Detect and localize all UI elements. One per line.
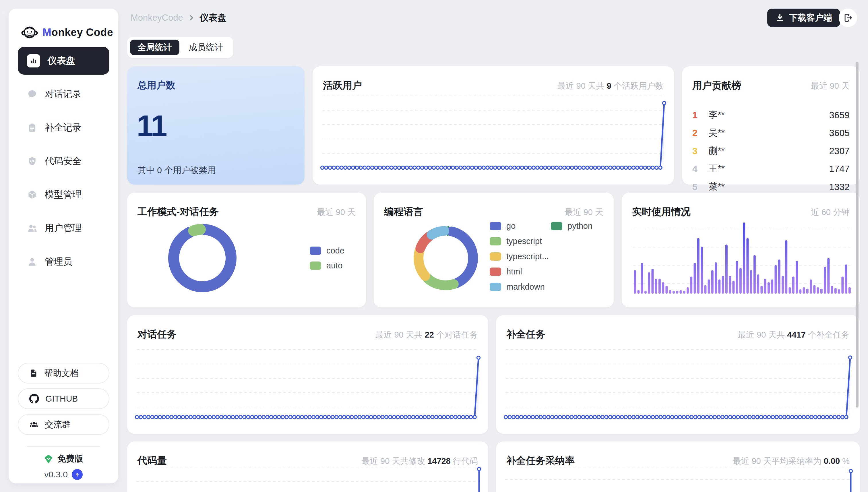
total-users-title: 总用户数	[138, 79, 175, 92]
legend-swatch	[551, 222, 562, 230]
legend-item-python[interactable]: python	[551, 221, 592, 231]
user-name: 菜**	[709, 180, 725, 193]
user-score: 3659	[829, 110, 850, 121]
leaderboard-row: 3 蒯** 2307	[692, 145, 850, 157]
logout-button[interactable]	[839, 8, 857, 27]
sidebar-item-label: 对话记录	[45, 88, 81, 100]
version-row: v0.3.0	[8, 469, 118, 480]
code-lines-card: 代码量 最近 90 天共修改14728行代码	[127, 441, 488, 492]
dashboard-icon	[27, 54, 40, 68]
legend-item-typescript-[interactable]: typescript...	[490, 252, 549, 261]
work-mode-card: 工作模式-对话任务 最近 90 天 codeauto	[127, 193, 366, 308]
legend-item-code[interactable]: code	[310, 246, 344, 255]
legend-item-go[interactable]: go	[490, 221, 516, 231]
rank-number: 4	[692, 164, 709, 174]
edition-label: 免费版	[57, 453, 83, 465]
user-score: 2307	[829, 146, 850, 156]
adoption-rate-chart	[496, 441, 860, 492]
legend-item-html[interactable]: html	[490, 267, 522, 276]
rank-number: 2	[692, 128, 709, 138]
chevron-right-icon	[188, 14, 195, 22]
total-users-footnote: 其中 0 个用户被禁用	[138, 165, 216, 176]
version-label: v0.3.0	[44, 470, 68, 479]
tab-member-stats[interactable]: 成员统计	[181, 40, 230, 55]
upgrade-icon[interactable]	[72, 469, 83, 480]
tab-global-stats[interactable]: 全局统计	[130, 40, 179, 55]
legend-item-typescript[interactable]: typescript	[490, 237, 542, 246]
sidebar-divider	[27, 446, 100, 447]
download-client-button[interactable]: 下载客户端	[767, 8, 840, 27]
github-button[interactable]: GITHUB	[18, 388, 109, 409]
card-meta: 最近 90 天	[811, 80, 850, 92]
legend-label: auto	[326, 261, 342, 270]
legend-item-auto[interactable]: auto	[310, 261, 342, 270]
download-icon	[775, 13, 785, 22]
help-docs-button[interactable]: 帮助文档	[18, 363, 109, 384]
monkey-logo-icon	[21, 24, 38, 41]
users-icon	[27, 223, 37, 233]
legend-label: code	[326, 246, 344, 255]
languages-card: 编程语言 最近 90 天 pythongotypescripttypescrip…	[374, 193, 614, 308]
active-users-chart	[313, 66, 674, 184]
user-name: 蒯**	[709, 145, 725, 157]
legend-swatch	[490, 252, 501, 261]
sidebar-item-code-security[interactable]: 代码安全	[18, 150, 109, 173]
sidebar-item-label: 代码安全	[45, 155, 81, 168]
legend-label: html	[506, 267, 522, 276]
completion-tasks-chart	[496, 315, 860, 434]
page-scrollbar[interactable]	[855, 62, 859, 408]
sidebar-item-completion-history[interactable]: 补全记录	[18, 116, 109, 139]
user-score: 3605	[829, 128, 850, 138]
dashboard-page: Monkey Code 仪表盘 对话记录	[0, 0, 868, 492]
edition-badge: 免费版	[8, 453, 118, 465]
legend-swatch	[490, 268, 501, 276]
legend-swatch	[490, 222, 501, 230]
community-button[interactable]: 交流群	[18, 414, 109, 435]
legend-label: typescript...	[506, 252, 549, 261]
legend-label: go	[506, 221, 516, 231]
breadcrumb-root[interactable]: MonkeyCode	[131, 13, 183, 23]
legend-swatch	[490, 283, 501, 291]
sidebar-item-model-management[interactable]: 模型管理	[18, 183, 109, 206]
realtime-usage-bar-chart	[622, 193, 860, 308]
sidebar-item-dashboard[interactable]: 仪表盘	[18, 47, 109, 75]
legend-label: python	[568, 221, 592, 231]
user-name: 李**	[709, 109, 725, 121]
github-label: GITHUB	[45, 394, 78, 403]
legend-swatch	[310, 247, 321, 255]
breadcrumb: MonkeyCode 仪表盘	[131, 11, 226, 24]
community-label: 交流群	[45, 419, 71, 430]
user-name: 吴**	[709, 127, 725, 139]
chat-tasks-chart	[127, 315, 488, 434]
code-shield-icon	[27, 156, 37, 167]
legend-label: markdown	[506, 282, 545, 292]
chat-tasks-card: 对话任务 最近 90 天共22个对话任务	[127, 315, 488, 434]
sidebar-item-chat-history[interactable]: 对话记录	[18, 83, 109, 106]
sidebar-item-label: 管理员	[45, 255, 72, 268]
sidebar-item-label: 仪表盘	[48, 54, 75, 67]
admin-person-icon	[27, 256, 37, 267]
rank-number: 1	[692, 110, 709, 121]
card-title: 用户贡献榜	[692, 79, 741, 92]
leaderboard-row: 1 李** 3659	[692, 109, 850, 121]
leaderboard-row: 5 菜** 1332	[692, 180, 850, 193]
github-icon	[29, 394, 39, 403]
stats-tabs: 全局统计 成员统计	[127, 37, 233, 58]
logout-icon	[843, 13, 853, 23]
leaderboard-card: 用户贡献榜 最近 90 天 1 李** 3659 2 吴** 3605 3 蒯*…	[682, 66, 860, 184]
rank-number: 5	[692, 182, 709, 192]
sidebar-item-user-management[interactable]: 用户管理	[18, 217, 109, 240]
document-icon	[29, 369, 38, 377]
legend-swatch	[490, 237, 501, 245]
chat-bubble-icon	[27, 89, 37, 99]
model-cube-icon	[27, 190, 37, 200]
realtime-usage-card: 实时使用情况 近 60 分钟	[622, 193, 860, 308]
clipboard-icon	[27, 123, 37, 133]
total-users-card: 总用户数 11 其中 0 个用户被禁用	[127, 66, 304, 184]
app-logo[interactable]: Monkey Code	[21, 24, 113, 41]
sidebar-item-admin[interactable]: 管理员	[18, 250, 109, 273]
legend-label: typescript	[506, 237, 542, 246]
legend-item-markdown[interactable]: markdown	[490, 282, 545, 292]
code-lines-chart	[127, 441, 488, 492]
help-docs-label: 帮助文档	[44, 367, 79, 379]
